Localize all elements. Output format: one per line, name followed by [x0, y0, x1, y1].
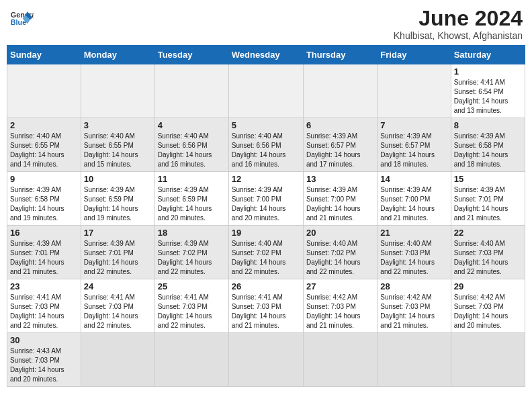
- calendar-week-row: 1Sunrise: 4:41 AM Sunset: 6:54 PM Daylig…: [7, 64, 525, 118]
- day-info: Sunrise: 4:40 AM Sunset: 6:56 PM Dayligh…: [232, 132, 300, 169]
- day-number: 13: [306, 174, 374, 184]
- calendar-week-row: 9Sunrise: 4:39 AM Sunset: 6:58 PM Daylig…: [7, 172, 525, 226]
- calendar-cell: 15Sunrise: 4:39 AM Sunset: 7:01 PM Dayli…: [451, 172, 525, 226]
- calendar-cell: 9Sunrise: 4:39 AM Sunset: 6:58 PM Daylig…: [7, 172, 81, 226]
- calendar-cell: 20Sunrise: 4:40 AM Sunset: 7:02 PM Dayli…: [303, 226, 377, 279]
- day-number: 17: [84, 228, 152, 238]
- calendar-cell: 2Sunrise: 4:40 AM Sunset: 6:55 PM Daylig…: [7, 118, 81, 172]
- day-number: 18: [158, 228, 226, 238]
- day-info: Sunrise: 4:40 AM Sunset: 7:02 PM Dayligh…: [306, 239, 374, 277]
- calendar-cell: 22Sunrise: 4:40 AM Sunset: 7:03 PM Dayli…: [451, 226, 525, 279]
- day-number: 5: [232, 120, 300, 130]
- day-info: Sunrise: 4:41 AM Sunset: 7:03 PM Dayligh…: [84, 293, 152, 330]
- day-info: Sunrise: 4:39 AM Sunset: 7:01 PM Dayligh…: [10, 239, 78, 277]
- day-header-wednesday: Wednesday: [228, 46, 303, 64]
- day-number: 9: [10, 174, 78, 184]
- logo: General Blue: [9, 7, 34, 31]
- day-info: Sunrise: 4:40 AM Sunset: 7:02 PM Dayligh…: [232, 239, 300, 277]
- day-info: Sunrise: 4:39 AM Sunset: 7:00 PM Dayligh…: [232, 185, 300, 223]
- day-info: Sunrise: 4:39 AM Sunset: 7:01 PM Dayligh…: [84, 239, 152, 277]
- day-number: 24: [84, 281, 152, 291]
- day-number: 16: [10, 228, 78, 238]
- calendar-cell: [303, 333, 377, 387]
- day-info: Sunrise: 4:43 AM Sunset: 7:03 PM Dayligh…: [10, 347, 78, 384]
- day-info: Sunrise: 4:39 AM Sunset: 6:59 PM Dayligh…: [158, 185, 226, 223]
- day-info: Sunrise: 4:41 AM Sunset: 7:03 PM Dayligh…: [158, 293, 226, 330]
- calendar-cell: 19Sunrise: 4:40 AM Sunset: 7:02 PM Dayli…: [228, 226, 303, 279]
- day-number: 8: [454, 120, 522, 130]
- day-number: 23: [10, 281, 78, 291]
- day-info: Sunrise: 4:40 AM Sunset: 7:03 PM Dayligh…: [454, 239, 522, 277]
- calendar-cell: [154, 333, 228, 387]
- day-info: Sunrise: 4:39 AM Sunset: 7:00 PM Dayligh…: [306, 185, 374, 223]
- calendar-cell: 29Sunrise: 4:42 AM Sunset: 7:03 PM Dayli…: [451, 279, 525, 333]
- calendar-cell: 4Sunrise: 4:40 AM Sunset: 6:56 PM Daylig…: [154, 118, 228, 172]
- day-info: Sunrise: 4:41 AM Sunset: 7:03 PM Dayligh…: [232, 293, 300, 330]
- calendar-cell: 10Sunrise: 4:39 AM Sunset: 6:59 PM Dayli…: [81, 172, 154, 226]
- day-header-monday: Monday: [81, 46, 154, 64]
- calendar-cell: 1Sunrise: 4:41 AM Sunset: 6:54 PM Daylig…: [451, 64, 525, 118]
- day-header-saturday: Saturday: [451, 46, 525, 64]
- day-number: 25: [158, 281, 226, 291]
- calendar-week-row: 16Sunrise: 4:39 AM Sunset: 7:01 PM Dayli…: [7, 226, 525, 279]
- calendar-cell: [81, 64, 154, 118]
- calendar-cell: 11Sunrise: 4:39 AM Sunset: 6:59 PM Dayli…: [154, 172, 228, 226]
- calendar-cell: 8Sunrise: 4:39 AM Sunset: 6:58 PM Daylig…: [451, 118, 525, 172]
- calendar-cell: 18Sunrise: 4:39 AM Sunset: 7:02 PM Dayli…: [154, 226, 228, 279]
- calendar-header-row: SundayMondayTuesdayWednesdayThursdayFrid…: [7, 46, 525, 64]
- day-number: 26: [232, 281, 300, 291]
- day-info: Sunrise: 4:39 AM Sunset: 6:57 PM Dayligh…: [380, 132, 447, 169]
- calendar-table: SundayMondayTuesdayWednesdayThursdayFrid…: [7, 45, 525, 387]
- calendar-cell: 21Sunrise: 4:40 AM Sunset: 7:03 PM Dayli…: [378, 226, 451, 279]
- day-info: Sunrise: 4:42 AM Sunset: 7:03 PM Dayligh…: [306, 293, 374, 330]
- day-number: 21: [380, 228, 447, 238]
- day-info: Sunrise: 4:39 AM Sunset: 6:57 PM Dayligh…: [306, 132, 374, 169]
- day-info: Sunrise: 4:39 AM Sunset: 7:02 PM Dayligh…: [158, 239, 226, 277]
- calendar-cell: 7Sunrise: 4:39 AM Sunset: 6:57 PM Daylig…: [378, 118, 451, 172]
- day-info: Sunrise: 4:42 AM Sunset: 7:03 PM Dayligh…: [380, 293, 447, 330]
- day-info: Sunrise: 4:40 AM Sunset: 7:03 PM Dayligh…: [380, 239, 447, 277]
- day-number: 12: [232, 174, 300, 184]
- day-number: 11: [158, 174, 226, 184]
- day-number: 3: [84, 120, 152, 130]
- calendar-week-row: 2Sunrise: 4:40 AM Sunset: 6:55 PM Daylig…: [7, 118, 525, 172]
- day-info: Sunrise: 4:41 AM Sunset: 6:54 PM Dayligh…: [454, 78, 522, 116]
- day-info: Sunrise: 4:39 AM Sunset: 6:58 PM Dayligh…: [454, 132, 522, 169]
- day-info: Sunrise: 4:41 AM Sunset: 7:03 PM Dayligh…: [10, 293, 78, 330]
- page-header: General Blue June 2024 Khulbisat, Khowst…: [7, 7, 525, 41]
- calendar-cell: [228, 333, 303, 387]
- day-header-tuesday: Tuesday: [154, 46, 228, 64]
- calendar-cell: [378, 64, 451, 118]
- calendar-cell: 16Sunrise: 4:39 AM Sunset: 7:01 PM Dayli…: [7, 226, 81, 279]
- day-header-friday: Friday: [378, 46, 451, 64]
- day-header-sunday: Sunday: [7, 46, 81, 64]
- calendar-cell: 13Sunrise: 4:39 AM Sunset: 7:00 PM Dayli…: [303, 172, 377, 226]
- day-info: Sunrise: 4:39 AM Sunset: 6:58 PM Dayligh…: [10, 185, 78, 223]
- day-info: Sunrise: 4:40 AM Sunset: 6:55 PM Dayligh…: [84, 132, 152, 169]
- calendar-cell: [154, 64, 228, 118]
- calendar-cell: 26Sunrise: 4:41 AM Sunset: 7:03 PM Dayli…: [228, 279, 303, 333]
- month-title: June 2024: [394, 7, 523, 30]
- calendar-cell: [378, 333, 451, 387]
- calendar-cell: [7, 64, 81, 118]
- title-area: June 2024 Khulbisat, Khowst, Afghanistan: [394, 7, 523, 41]
- calendar-cell: 27Sunrise: 4:42 AM Sunset: 7:03 PM Dayli…: [303, 279, 377, 333]
- day-number: 2: [10, 120, 78, 130]
- calendar-cell: 28Sunrise: 4:42 AM Sunset: 7:03 PM Dayli…: [378, 279, 451, 333]
- calendar-week-row: 30Sunrise: 4:43 AM Sunset: 7:03 PM Dayli…: [7, 333, 525, 387]
- day-header-thursday: Thursday: [303, 46, 377, 64]
- day-number: 28: [380, 281, 447, 291]
- day-number: 19: [232, 228, 300, 238]
- day-info: Sunrise: 4:39 AM Sunset: 7:01 PM Dayligh…: [454, 185, 522, 223]
- day-number: 4: [158, 120, 226, 130]
- calendar-cell: 24Sunrise: 4:41 AM Sunset: 7:03 PM Dayli…: [81, 279, 154, 333]
- day-number: 20: [306, 228, 374, 238]
- calendar-cell: [451, 333, 525, 387]
- day-number: 7: [380, 120, 447, 130]
- calendar-cell: 3Sunrise: 4:40 AM Sunset: 6:55 PM Daylig…: [81, 118, 154, 172]
- day-number: 10: [84, 174, 152, 184]
- calendar-cell: 30Sunrise: 4:43 AM Sunset: 7:03 PM Dayli…: [7, 333, 81, 387]
- calendar-cell: [303, 64, 377, 118]
- calendar-cell: 23Sunrise: 4:41 AM Sunset: 7:03 PM Dayli…: [7, 279, 81, 333]
- day-number: 6: [306, 120, 374, 130]
